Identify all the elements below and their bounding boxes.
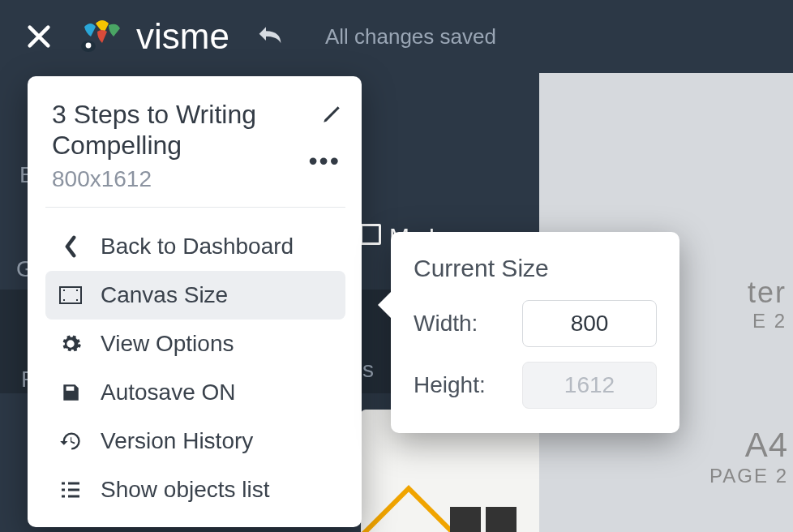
menu-item-label: View Options (101, 331, 234, 357)
gear-icon (58, 332, 83, 355)
page-marker-sub: E 2 (663, 310, 787, 332)
page-marker-a4-sub: PAGE 2 (709, 465, 788, 487)
close-icon (25, 23, 53, 50)
undo-button[interactable] (254, 20, 286, 53)
project-dimensions: 800x1612 (52, 166, 339, 192)
chevron-left-icon (58, 235, 83, 258)
height-row: Height: (414, 362, 657, 409)
width-input[interactable] (522, 300, 657, 347)
save-icon (58, 382, 83, 403)
canvas-size-icon (58, 286, 83, 304)
project-title: 3 Steps to Writing Compelling (52, 99, 295, 161)
svg-point-1 (86, 43, 92, 49)
height-input[interactable] (522, 362, 657, 409)
close-button[interactable] (24, 22, 54, 51)
ellipsis-icon: ••• (308, 146, 341, 175)
top-bar: visme All changes saved (0, 0, 793, 73)
page-marker-text: ter (663, 276, 787, 310)
menu-item-objects-list[interactable]: Show objects list (45, 466, 345, 514)
menu-item-label: Back to Dashboard (101, 234, 294, 260)
logo-mark-icon (78, 19, 126, 54)
canvas-size-popover: Current Size Width: Height: (391, 232, 679, 433)
image-icon (360, 224, 381, 245)
more-menu-button[interactable]: ••• (308, 146, 341, 176)
menu-item-canvas-size[interactable]: Canvas Size (45, 271, 345, 320)
menu-item-version-history[interactable]: Version History (45, 417, 345, 466)
history-icon (58, 430, 83, 453)
page-marker-letter: ter E 2 (663, 276, 793, 332)
menu-item-label: Version History (101, 428, 253, 454)
svg-rect-2 (60, 287, 81, 303)
pencil-icon (321, 104, 342, 125)
width-row: Width: (414, 300, 657, 347)
bg-letter-s: s (362, 357, 374, 383)
page-marker-a4: A4 PAGE 2 (709, 426, 788, 487)
menu-item-view-options[interactable]: View Options (45, 320, 345, 368)
menu-item-label: Show objects list (101, 477, 270, 503)
undo-icon (254, 20, 286, 53)
width-label: Width: (414, 311, 478, 337)
save-status: All changes saved (325, 24, 496, 49)
project-menu-header: 3 Steps to Writing Compelling 800x1612 •… (45, 99, 345, 208)
menu-item-label: Autosave ON (101, 380, 236, 405)
menu-item-dashboard[interactable]: Back to Dashboard (45, 222, 345, 271)
page-marker-a4-text: A4 (709, 426, 788, 465)
brand-name: visme (136, 16, 229, 57)
edit-title-button[interactable] (321, 104, 342, 128)
brand-logo: visme (78, 16, 229, 57)
height-label: Height: (414, 372, 486, 398)
project-menu: 3 Steps to Writing Compelling 800x1612 •… (28, 76, 362, 527)
menu-item-label: Canvas Size (101, 282, 228, 308)
menu-item-autosave[interactable]: Autosave ON (45, 368, 345, 417)
list-icon (58, 481, 83, 499)
popover-title: Current Size (414, 255, 657, 282)
